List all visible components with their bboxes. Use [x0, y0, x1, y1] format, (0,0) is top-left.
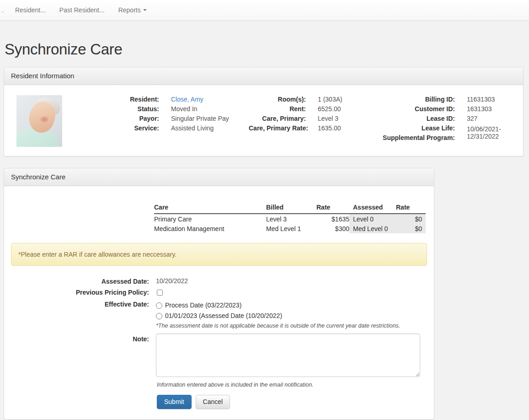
form-actions: Submit Cancel: [157, 395, 427, 409]
service-value: Assisted Living: [171, 124, 249, 132]
rooms-value: 1 (303A): [318, 96, 373, 103]
billed-rate-cell: $300: [316, 224, 349, 233]
effective-date-row: Effective Date: Process Date (03/22/2023…: [11, 300, 427, 329]
resident-info-col1: Resident: Close, Amy Status: Moved In Pa…: [68, 96, 249, 147]
note-label: Note:: [11, 334, 149, 378]
status-value: Moved In: [171, 105, 249, 113]
note-row: Note:: [11, 334, 427, 378]
nav-item-label: Past Resident...: [59, 6, 105, 14]
assessed-date-row: Assessed Date: 10/20/2022: [11, 277, 427, 285]
cancel-button[interactable]: Cancel: [196, 395, 230, 409]
care-primary-label: Care, Primary:: [249, 115, 306, 122]
care-cell: Medication Management: [154, 224, 266, 233]
billed-cell: Med Level 1: [266, 224, 316, 233]
customer-id-value: 1631303: [467, 105, 510, 113]
care-primary-value: Level 3: [318, 115, 373, 122]
billed-column-header: Billed: [266, 203, 316, 214]
previous-pricing-policy-row: Previous Pricing Policy:: [11, 288, 427, 297]
assessed-cell: Level 0: [349, 214, 396, 224]
nav-item-resident[interactable]: Resident...: [8, 0, 53, 21]
assessment-date-note: *The assessment date is not applicable b…: [156, 323, 400, 329]
lease-life-label: Lease Life:: [373, 124, 455, 132]
care-primary-rate-label: Care, Primary Rate:: [249, 124, 306, 132]
assessed-date-label: Assessed Date:: [11, 277, 149, 285]
resident-info-columns: Resident: Close, Amy Status: Moved In Pa…: [68, 95, 510, 147]
billed-rate-cell: $1635: [316, 214, 349, 224]
table-row: Primary Care Level 3 $1635 Level 0 $0: [154, 214, 426, 224]
nav-item-label: Resident...: [15, 6, 46, 14]
customer-id-label: Customer ID:: [373, 105, 455, 113]
note-help-text: Information entered above is included in…: [157, 382, 427, 388]
care-table: Care Billed Rate Assessed Rate Primary C…: [154, 203, 426, 233]
note-textarea[interactable]: [156, 334, 420, 377]
payor-label: Payor:: [68, 115, 159, 122]
billing-id-value: 11631303: [467, 96, 510, 103]
resident-information-panel: Resident Information Resident: Close, Am…: [4, 67, 524, 156]
nav-item-reports[interactable]: Reports: [112, 0, 154, 21]
resident-information-body: Resident: Close, Amy Status: Moved In Pa…: [4, 85, 523, 156]
supplemental-program-label: Supplemental Program:: [373, 134, 455, 141]
assessed-rate-column-header: Rate: [396, 203, 426, 214]
previous-pricing-policy-checkbox[interactable]: [157, 290, 163, 296]
chevron-down-icon: [143, 9, 147, 11]
resident-label: Resident:: [68, 96, 159, 103]
resident-information-header: Resident Information: [4, 67, 523, 85]
synchronize-care-form: Assessed Date: 10/20/2022 Previous Prici…: [11, 277, 427, 409]
rar-warning-alert: *Please enter a RAR if care allowances a…: [11, 243, 427, 266]
effective-date-option-process[interactable]: Process Date (03/22/2023): [156, 300, 400, 311]
lease-id-label: Lease ID:: [373, 115, 455, 122]
nav-brand[interactable]: .: [1, 6, 8, 14]
nav-item-past-resident[interactable]: Past Resident...: [53, 0, 112, 21]
assessed-rate-cell: $0: [396, 224, 426, 233]
rooms-label: Room(s):: [249, 96, 306, 103]
synchronize-care-header: Synchronize Care: [4, 168, 434, 186]
billed-rate-column-header: Rate: [316, 203, 349, 214]
process-date-radio[interactable]: [156, 302, 162, 309]
assessed-date-radio-label: 01/01/2023 (Assessed Date (10/20/2022): [165, 311, 282, 321]
care-column-header: Care: [154, 203, 266, 214]
table-row: Medication Management Med Level 1 $300 M…: [154, 224, 426, 233]
rent-label: Rent:: [249, 105, 306, 113]
previous-pricing-policy-label: Previous Pricing Policy:: [11, 288, 149, 297]
page-title: Synchronize Care: [5, 41, 524, 58]
care-table-header-row: Care Billed Rate Assessed Rate: [154, 203, 426, 214]
process-date-radio-label: Process Date (03/22/2023): [165, 300, 241, 311]
resident-photo: [16, 95, 62, 147]
assessed-cell: Med Level 0: [349, 224, 396, 233]
resident-name-link[interactable]: Close, Amy: [171, 96, 249, 103]
resident-info-col2: Room(s): 1 (303A) Rent: 6525.00 Care, Pr…: [249, 96, 373, 147]
effective-date-label: Effective Date:: [11, 300, 149, 329]
synchronize-care-body: Care Billed Rate Assessed Rate Primary C…: [4, 186, 434, 419]
service-label: Service:: [68, 124, 159, 132]
billing-id-label: Billing ID:: [373, 96, 455, 103]
lease-id-value: 327: [467, 115, 510, 122]
assessed-column-header: Assessed: [349, 203, 396, 214]
synchronize-care-panel: Synchronize Care Care Billed Rate Assess…: [4, 168, 434, 420]
lease-life-value: 10/06/2021-12/31/2022: [467, 124, 510, 140]
assessed-rate-cell: $0: [396, 214, 426, 224]
assessed-date-radio[interactable]: [156, 313, 162, 319]
care-primary-rate-value: 1635.00: [318, 124, 373, 132]
billed-cell: Level 3: [266, 214, 316, 224]
payor-value: Singular Private Pay: [171, 115, 249, 122]
rent-value: 6525.00: [318, 105, 373, 113]
resident-info-col3: Billing ID: 11631303 Customer ID: 163130…: [373, 96, 510, 147]
photo-cheek: [40, 116, 48, 123]
nav-item-label: Reports: [118, 6, 141, 14]
effective-date-option-assessed[interactable]: 01/01/2023 (Assessed Date (10/20/2022): [156, 311, 400, 321]
submit-button[interactable]: Submit: [157, 395, 192, 409]
top-navbar: . Resident... Past Resident... Reports: [0, 0, 529, 21]
assessed-date-value: 10/20/2022: [156, 277, 188, 285]
status-label: Status:: [68, 105, 159, 113]
care-cell: Primary Care: [154, 214, 266, 224]
